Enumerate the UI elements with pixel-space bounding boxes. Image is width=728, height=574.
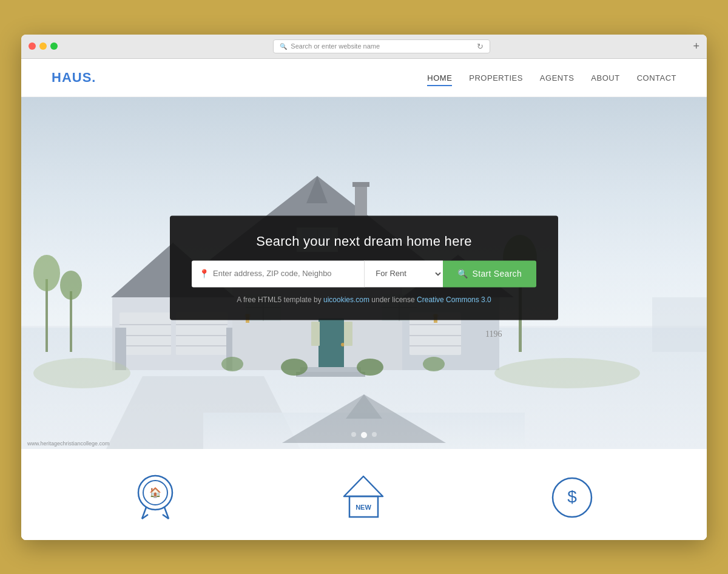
svg-rect-50: [300, 367, 361, 372]
svg-point-2: [33, 255, 60, 291]
search-title: Search your next dream home here: [192, 234, 536, 249]
svg-rect-9: [120, 312, 171, 355]
search-button-icon: 🔍: [457, 269, 468, 279]
traffic-light-green[interactable]: [50, 42, 58, 50]
hero-section: 1196: [21, 97, 707, 449]
reload-icon[interactable]: ↻: [477, 42, 484, 51]
feature-price: $: [511, 473, 633, 522]
search-credit: A free HTML5 template by uicookies.com u…: [192, 295, 536, 304]
svg-point-55: [423, 357, 445, 371]
carousel-dots: [351, 432, 377, 438]
svg-point-58: [494, 358, 640, 388]
navigation: HAUS. HOME PROPERTIES AGENTS ABOUT CONTA…: [21, 59, 707, 97]
nav-item-home[interactable]: HOME: [427, 72, 452, 83]
property-type-dropdown[interactable]: For Rent For Sale Commercial: [364, 260, 443, 287]
credit-middle: under license: [369, 295, 417, 304]
carousel-dot-2[interactable]: [361, 432, 367, 438]
svg-rect-24: [344, 322, 352, 346]
svg-rect-23: [311, 322, 320, 346]
browser-window: 🔍 Search or enter website name ↻ + HAUS.…: [21, 35, 707, 540]
traffic-lights: [29, 42, 58, 50]
credit-link-cc[interactable]: Creative Commons 3.0: [417, 295, 491, 304]
svg-point-52: [281, 359, 308, 376]
carousel-dot-3[interactable]: [372, 432, 377, 437]
svg-point-53: [357, 359, 383, 376]
nav-link-properties[interactable]: PROPERTIES: [469, 73, 523, 83]
new-tab-button[interactable]: +: [693, 40, 699, 53]
svg-rect-49: [352, 182, 369, 187]
svg-text:$: $: [567, 487, 577, 506]
search-input-wrap: 📍: [192, 260, 364, 287]
svg-text:1196: 1196: [485, 329, 502, 339]
features-section: 🏠: [21, 449, 707, 540]
credit-text: A free HTML5 template by: [237, 295, 323, 304]
nav-item-properties[interactable]: PROPERTIES: [469, 72, 523, 83]
nav-item-about[interactable]: ABOUT: [591, 72, 619, 83]
svg-rect-51: [296, 372, 365, 377]
svg-point-57: [33, 358, 130, 388]
website-content: HAUS. HOME PROPERTIES AGENTS ABOUT CONTA…: [21, 59, 707, 540]
svg-text:🏠: 🏠: [149, 487, 161, 498]
address-bar-search-icon: 🔍: [280, 43, 287, 50]
award-icon-wrap: 🏠: [132, 473, 180, 522]
nav-item-agents[interactable]: AGENTS: [540, 72, 574, 83]
nav-link-agents[interactable]: AGENTS: [540, 73, 574, 83]
credit-link-uicookies[interactable]: uicookies.com: [323, 295, 369, 304]
address-bar-text: Search or enter website name: [291, 42, 380, 50]
start-search-button[interactable]: 🔍 Start Search: [443, 260, 536, 287]
svg-text:NEW: NEW: [356, 504, 372, 511]
award-icon: 🏠: [133, 473, 178, 522]
new-listing-icon-wrap: NEW: [340, 473, 388, 522]
svg-rect-7: [652, 297, 707, 352]
svg-marker-69: [344, 476, 383, 496]
traffic-light-yellow[interactable]: [39, 42, 47, 50]
svg-point-54: [221, 357, 243, 371]
search-button-label: Start Search: [473, 269, 522, 279]
site-logo[interactable]: HAUS.: [52, 70, 96, 86]
svg-rect-3: [70, 291, 72, 352]
nav-link-contact[interactable]: CONTACT: [637, 73, 676, 83]
nav-link-about[interactable]: ABOUT: [591, 73, 619, 83]
nav-links: HOME PROPERTIES AGENTS ABOUT CONTACT: [427, 72, 676, 83]
svg-rect-48: [355, 185, 367, 218]
svg-rect-21: [318, 319, 344, 368]
dollar-icon-wrap: $: [548, 473, 596, 522]
nav-link-home[interactable]: HOME: [427, 73, 452, 86]
search-overlay: Search your next dream home here 📍 For R…: [170, 215, 558, 320]
search-address-input[interactable]: [213, 262, 357, 285]
feature-new: NEW: [303, 473, 425, 522]
dollar-icon: $: [550, 473, 595, 522]
location-pin-icon: 📍: [199, 269, 209, 279]
address-bar[interactable]: 🔍 Search or enter website name ↻: [273, 39, 490, 53]
feature-quality: 🏠: [95, 473, 217, 522]
nav-item-contact[interactable]: CONTACT: [637, 72, 676, 83]
svg-point-4: [60, 271, 82, 300]
footer-watermark: www.heritagechristiancollege.com: [27, 441, 110, 447]
new-listing-icon: NEW: [341, 473, 386, 522]
browser-chrome: 🔍 Search or enter website name ↻ +: [21, 35, 707, 59]
traffic-light-red[interactable]: [29, 42, 36, 50]
search-form: 📍 For Rent For Sale Commercial 🔍 Start S…: [192, 260, 536, 287]
carousel-dot-1[interactable]: [351, 432, 356, 437]
